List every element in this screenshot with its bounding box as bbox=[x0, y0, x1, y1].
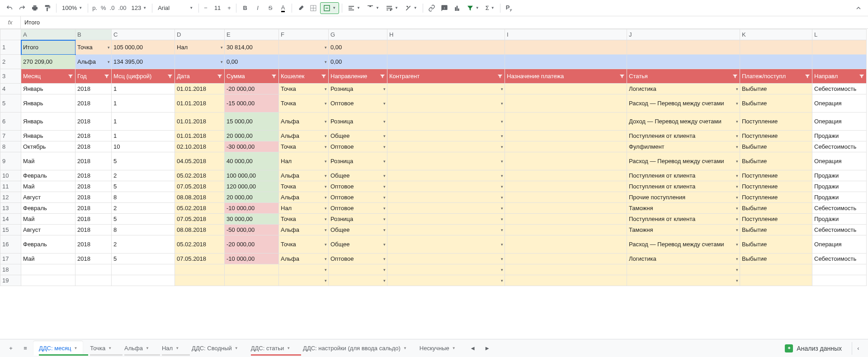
filter-button[interactable]: ▼ bbox=[464, 2, 482, 14]
cell-17-K[interactable]: Выбытие bbox=[740, 254, 812, 264]
row-header-2[interactable]: 2 bbox=[0, 55, 21, 69]
cell-10-E[interactable]: 100 000,00 bbox=[225, 170, 279, 181]
cell-8-L[interactable]: Себестоимость bbox=[812, 141, 867, 152]
row-header-8[interactable]: 8 bbox=[0, 141, 21, 152]
cell-2-I[interactable] bbox=[505, 55, 627, 69]
filter-icon[interactable] bbox=[321, 73, 327, 80]
increase-decimal-button[interactable]: .00 bbox=[117, 5, 127, 11]
cell-14-G[interactable]: Розница▾ bbox=[329, 214, 387, 225]
cell-17-A[interactable]: Май bbox=[21, 254, 75, 264]
dropdown-icon[interactable]: ▾ bbox=[501, 119, 503, 124]
cell-7-F[interactable]: Альфа▾ bbox=[279, 131, 329, 141]
dropdown-icon[interactable]: ▾ bbox=[383, 101, 386, 106]
row-header-6[interactable]: 6 bbox=[0, 113, 21, 131]
cell-2-E[interactable]: 0,00 bbox=[225, 55, 279, 69]
italic-button[interactable]: I bbox=[252, 2, 264, 14]
fill-color-button[interactable] bbox=[295, 2, 307, 14]
col-header-L[interactable]: L bbox=[812, 29, 867, 40]
cell-1-E[interactable]: 30 814,00 bbox=[225, 40, 279, 55]
cell-17-C[interactable]: 5 bbox=[112, 254, 175, 264]
comment-button[interactable] bbox=[439, 2, 450, 14]
dropdown-icon[interactable]: ▾ bbox=[501, 228, 503, 232]
cell-10-I[interactable] bbox=[505, 170, 627, 181]
cell-8-D[interactable]: 02.10.2018 bbox=[175, 141, 225, 152]
cell-7-K[interactable]: Поступление bbox=[740, 131, 812, 141]
header-B[interactable]: Год bbox=[75, 69, 112, 84]
cell-19-E[interactable] bbox=[225, 275, 279, 286]
cell-11-J[interactable]: Поступления от клиента▾ bbox=[627, 181, 740, 192]
dropdown-icon[interactable]: ▾ bbox=[736, 101, 738, 106]
cell-1-B[interactable]: Точка▾ bbox=[75, 40, 112, 55]
filter-icon[interactable] bbox=[497, 73, 503, 80]
cell-18-H[interactable]: ▾ bbox=[387, 264, 505, 275]
dropdown-icon[interactable]: ▾ bbox=[501, 159, 503, 164]
sheet-tab[interactable]: ДДС: Сводный▼ bbox=[186, 341, 244, 356]
cell-1-L[interactable] bbox=[812, 40, 867, 55]
cell-18-K[interactable] bbox=[740, 264, 812, 275]
dropdown-icon[interactable]: ▾ bbox=[383, 278, 386, 283]
cell-6-J[interactable]: Доход — Перевод между счетами▾ bbox=[627, 113, 740, 131]
dropdown-icon[interactable]: ▾ bbox=[501, 174, 503, 178]
cell-15-B[interactable]: 2018 bbox=[75, 225, 112, 235]
cell-11-G[interactable]: Оптовое▾ bbox=[329, 181, 387, 192]
dropdown-icon[interactable]: ▾ bbox=[383, 134, 386, 138]
analyze-data-button[interactable]: ✦ Анализ данных bbox=[778, 342, 848, 355]
row-header-13[interactable]: 13 bbox=[0, 203, 21, 214]
filter-icon[interactable] bbox=[271, 73, 277, 80]
cell-1-G[interactable]: 0,00 bbox=[329, 40, 387, 55]
row-header-11[interactable]: 11 bbox=[0, 181, 21, 192]
cell-10-K[interactable]: Поступление bbox=[740, 170, 812, 181]
filter-icon[interactable] bbox=[104, 73, 110, 80]
cell-10-C[interactable]: 2 bbox=[112, 170, 175, 181]
col-header-D[interactable]: D bbox=[175, 29, 225, 40]
cell-17-F[interactable]: Альфа▾ bbox=[279, 254, 329, 264]
cell-2-D[interactable]: ▾ bbox=[175, 55, 225, 69]
sheet-tab[interactable]: Нескучные▼ bbox=[414, 341, 461, 356]
dropdown-icon[interactable]: ▾ bbox=[501, 206, 503, 211]
cell-19-I[interactable] bbox=[505, 275, 627, 286]
cell-15-K[interactable]: Выбытие bbox=[740, 225, 812, 235]
cell-18-D[interactable] bbox=[175, 264, 225, 275]
print-button[interactable] bbox=[29, 2, 41, 14]
cell-16-J[interactable]: Расход — Перевод между счетами▾ bbox=[627, 235, 740, 254]
font-size-input[interactable]: 11 bbox=[211, 2, 224, 14]
cell-6-A[interactable]: Январь bbox=[21, 113, 75, 131]
cell-15-H[interactable]: ▾ bbox=[387, 225, 505, 235]
col-header-G[interactable]: G bbox=[329, 29, 387, 40]
dropdown-icon[interactable]: ▾ bbox=[736, 184, 738, 189]
row-header-17[interactable]: 17 bbox=[0, 254, 21, 264]
cell-2-J[interactable] bbox=[627, 55, 740, 69]
dropdown-icon[interactable]: ▾ bbox=[501, 217, 503, 221]
cell-7-G[interactable]: Общее▾ bbox=[329, 131, 387, 141]
cell-17-H[interactable]: ▾ bbox=[387, 254, 505, 264]
dropdown-icon[interactable]: ▾ bbox=[108, 60, 110, 64]
cell-8-B[interactable]: 2018 bbox=[75, 141, 112, 152]
cell-2-K[interactable] bbox=[740, 55, 812, 69]
cell-14-H[interactable]: ▾ bbox=[387, 214, 505, 225]
dropdown-icon[interactable]: ▾ bbox=[383, 184, 386, 189]
dropdown-icon[interactable]: ▾ bbox=[325, 60, 327, 64]
filter-icon[interactable] bbox=[379, 73, 386, 80]
cell-12-K[interactable]: Поступление bbox=[740, 192, 812, 203]
dropdown-icon[interactable]: ▾ bbox=[325, 45, 327, 50]
tabs-scroll-right[interactable]: ► bbox=[480, 341, 495, 356]
cell-6-K[interactable]: Поступление bbox=[740, 113, 812, 131]
cell-17-D[interactable]: 07.05.2018 bbox=[175, 254, 225, 264]
cell-7-C[interactable]: 1 bbox=[112, 131, 175, 141]
decrease-decimal-button[interactable]: .0 bbox=[108, 5, 116, 11]
cell-17-J[interactable]: Логистика▾ bbox=[627, 254, 740, 264]
col-header-A[interactable]: A bbox=[21, 29, 75, 40]
row-header-16[interactable]: 16 bbox=[0, 235, 21, 254]
header-K[interactable]: Платеж/поступл bbox=[740, 69, 812, 84]
cell-15-F[interactable]: Альфа▾ bbox=[279, 225, 329, 235]
dropdown-icon[interactable]: ▾ bbox=[325, 119, 327, 124]
dropdown-icon[interactable]: ▾ bbox=[383, 206, 386, 211]
cell-13-A[interactable]: Февраль bbox=[21, 203, 75, 214]
filter-icon[interactable] bbox=[619, 73, 625, 80]
cell-5-B[interactable]: 2018 bbox=[75, 94, 112, 113]
row-header-15[interactable]: 15 bbox=[0, 225, 21, 235]
cell-13-G[interactable]: Оптовое▾ bbox=[329, 203, 387, 214]
tabs-scroll-left[interactable]: ◄ bbox=[466, 341, 480, 356]
cell-7-J[interactable]: Поступления от клиента▾ bbox=[627, 131, 740, 141]
cell-12-G[interactable]: Оптовое▾ bbox=[329, 192, 387, 203]
